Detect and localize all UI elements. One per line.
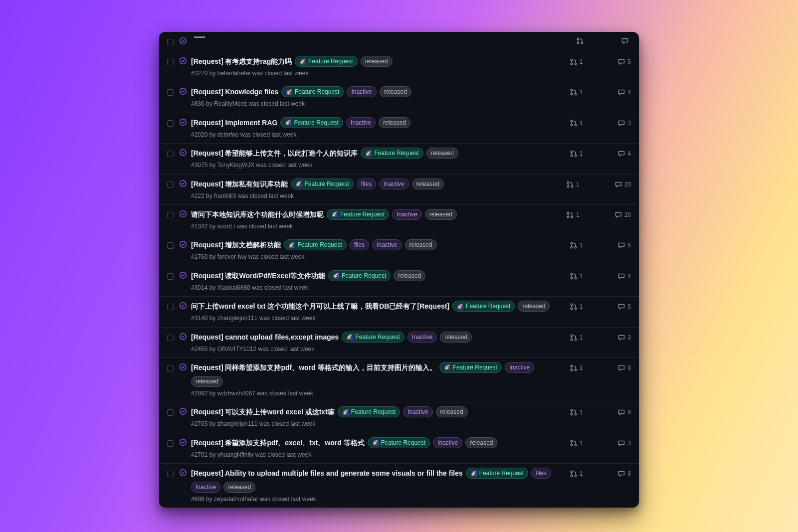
linked-pr-count[interactable]: 1 (570, 118, 583, 128)
issue-label[interactable]: 🌠 Feature Request (466, 468, 528, 479)
comment-count[interactable]: 3 (617, 438, 631, 448)
linked-pr-count[interactable]: 1 (570, 407, 583, 417)
select-checkbox-input[interactable] (167, 59, 174, 65)
issue-label[interactable]: files (531, 468, 551, 479)
issue-label[interactable]: released (191, 376, 223, 387)
issue-label[interactable]: Inactive (433, 437, 462, 448)
issue-label[interactable]: 🌠 Feature Request (361, 148, 423, 159)
select-checkbox[interactable] (165, 180, 175, 189)
issue-title-link[interactable]: [Request] Implement RAG (191, 118, 277, 128)
issue-label[interactable]: 🌠 Feature Request (295, 56, 357, 67)
select-checkbox[interactable] (165, 88, 175, 97)
issue-title-link[interactable]: [Request] 增加私有知识库功能 (191, 179, 288, 189)
issue-label[interactable]: Inactive (392, 209, 421, 220)
linked-pr-count[interactable]: 1 (566, 210, 580, 220)
linked-pr-count[interactable]: 1 (570, 438, 583, 448)
issue-label[interactable]: 🌠 Feature Request (327, 209, 389, 220)
linked-pr-count[interactable]: 1 (570, 57, 583, 67)
issue-label[interactable]: released (436, 406, 468, 417)
issue-title-link[interactable]: [Request] 增加文档解析功能 (191, 240, 281, 250)
select-checkbox-input[interactable] (167, 471, 174, 477)
select-checkbox-input[interactable] (167, 89, 174, 96)
issue-label[interactable]: 🌠 Feature Request (338, 406, 400, 417)
issue-label[interactable]: Inactive (505, 362, 534, 373)
comment-count[interactable]: 4 (617, 149, 631, 159)
linked-pr-count[interactable]: 1 (570, 271, 583, 281)
issue-title-link[interactable]: [Request] Knowledge files (191, 87, 278, 97)
select-checkbox-input[interactable] (167, 242, 174, 249)
select-checkbox-input[interactable] (167, 151, 174, 157)
comment-count[interactable]: 5 (617, 57, 631, 67)
issue-label[interactable]: released (394, 270, 425, 281)
issue-label[interactable]: 🌠 Feature Request (284, 239, 346, 250)
select-checkbox[interactable] (165, 119, 175, 128)
issue-label[interactable]: released (361, 56, 393, 67)
issue-label-template[interactable] (194, 36, 205, 38)
select-checkbox-input[interactable] (167, 304, 174, 310)
linked-pr-count[interactable]: 1 (570, 87, 583, 97)
comment-count[interactable]: 3 (617, 333, 631, 343)
select-checkbox-input[interactable] (167, 181, 174, 188)
select-checkbox[interactable] (165, 210, 175, 220)
issue-label[interactable]: released (465, 437, 497, 448)
select-checkbox[interactable] (165, 439, 175, 448)
issue-label[interactable]: released (518, 301, 550, 312)
comment-count[interactable]: 4 (617, 271, 631, 281)
comment-count[interactable]: 20 (614, 179, 631, 189)
issue-label[interactable]: released (379, 117, 410, 128)
issue-title-link[interactable]: 问下上传word excel txt 这个功能这个月可以上线了嘛，我看DB已经有… (191, 301, 449, 311)
select-checkbox-input[interactable] (167, 335, 174, 341)
linked-pr-count[interactable]: 1 (570, 302, 583, 312)
issue-label[interactable]: Inactive (346, 117, 376, 128)
issue-label[interactable]: Inactive (403, 406, 432, 417)
linked-pr-count[interactable] (576, 37, 586, 45)
issue-label[interactable]: 🌠 Feature Request (452, 301, 515, 312)
linked-pr-count[interactable]: 1 (570, 363, 583, 373)
linked-pr-count[interactable]: 1 (570, 149, 583, 159)
issue-label[interactable]: released (440, 332, 472, 343)
issue-label[interactable]: Inactive (379, 178, 408, 189)
issue-label[interactable]: 🌠 Feature Request (368, 437, 430, 448)
issue-label[interactable]: Inactive (191, 482, 220, 493)
issue-label[interactable]: files (357, 178, 376, 189)
comment-count[interactable]: 9 (617, 363, 631, 373)
comment-count[interactable]: 3 (617, 118, 631, 128)
select-checkbox-input[interactable] (167, 120, 174, 127)
issue-label[interactable]: released (223, 482, 255, 493)
comment-count[interactable]: 5 (617, 240, 631, 250)
comment-count[interactable]: 26 (614, 210, 631, 220)
issue-label[interactable]: 🌠 Feature Request (281, 86, 344, 97)
issue-label[interactable]: 🌠 Feature Request (439, 362, 502, 373)
select-checkbox-input[interactable] (167, 365, 174, 371)
select-checkbox-input[interactable] (167, 39, 174, 45)
issue-label[interactable]: released (405, 239, 437, 250)
comment-count[interactable]: 6 (617, 302, 631, 312)
select-checkbox-input[interactable] (167, 440, 174, 447)
select-checkbox[interactable] (165, 37, 175, 47)
issue-title-link[interactable]: [Request] 有考虑支持rag能力吗 (191, 56, 292, 66)
issue-label[interactable]: released (426, 148, 458, 159)
issue-title-link[interactable]: [Request] 可以支持上传word excel 或这txt嘛 (191, 407, 335, 417)
issue-title-link[interactable]: [Request] Ability to upload multiple fil… (191, 468, 463, 478)
comment-count[interactable] (621, 37, 631, 45)
comment-count[interactable]: 9 (617, 407, 631, 417)
issue-label[interactable]: released (380, 86, 411, 97)
select-checkbox[interactable] (165, 302, 175, 312)
select-checkbox[interactable] (165, 272, 175, 281)
select-checkbox[interactable] (165, 408, 175, 417)
issue-label[interactable]: Inactive (407, 332, 437, 343)
issue-title-link[interactable]: [Request] 希望能够上传文件，以此打造个人的知识库 (191, 148, 358, 158)
issue-label[interactable]: 🌠 Feature Request (280, 117, 343, 128)
select-checkbox[interactable] (165, 333, 175, 343)
select-checkbox-input[interactable] (167, 409, 174, 416)
select-checkbox[interactable] (165, 363, 175, 373)
issue-label[interactable]: released (412, 178, 444, 189)
issue-title-link[interactable]: [Request] 希望添加支持pdf、excel、txt、word 等格式 (191, 438, 365, 448)
issue-label[interactable]: Inactive (347, 86, 376, 97)
select-checkbox-input[interactable] (167, 212, 174, 218)
select-checkbox-input[interactable] (167, 273, 174, 280)
issue-title-link[interactable]: [Request] cannot upload files,except ima… (191, 332, 339, 342)
issue-label[interactable]: files (350, 239, 369, 250)
issue-label[interactable]: 🌠 Feature Request (291, 178, 353, 189)
issue-title-link[interactable]: [Request] 同样希望添加支持pdf、word 等格式的输入，目前支持图片… (191, 362, 436, 372)
